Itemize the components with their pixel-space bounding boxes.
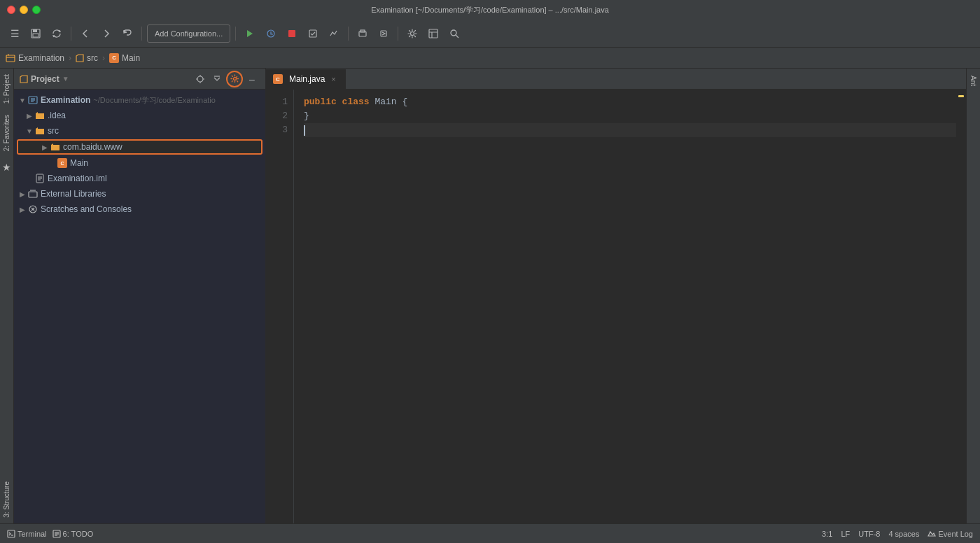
status-right: 3:1 LF UTF-8 4 spaces Event Log [822,530,973,538]
tree-item-src[interactable]: ▼ src [14,123,265,139]
menu-button[interactable]: ☰ [6,24,24,43]
breadcrumb-main-label: Main [122,53,140,63]
expand-arrow-idea: ▶ [25,111,34,120]
layout-button[interactable] [424,24,442,43]
locate-button[interactable] [192,71,208,87]
undo-button[interactable] [118,24,136,43]
minimize-button[interactable] [20,6,28,14]
sidebar-star-icon[interactable]: ★ [1,157,13,177]
code-content[interactable]: public class Main { } [294,90,956,523]
profile-button[interactable] [325,24,343,43]
toolbar-separator-1 [71,27,71,41]
content-area: 1: Project 2: Favorites ★ 3: Structure P… [0,69,980,523]
code-line-3 [304,123,956,137]
tree-label-main: Main [70,158,88,168]
collapse-button[interactable]: – [244,71,260,87]
left-sidebar: 1: Project 2: Favorites ★ 3: Structure [0,69,14,523]
sync-button[interactable] [48,24,66,43]
breadcrumb-src-label: src [87,53,98,63]
todo-button[interactable]: 6: TODO [52,530,94,538]
breadcrumb-src[interactable]: src [76,53,98,63]
toolbar-separator-2 [141,27,142,41]
svg-line-13 [456,35,458,38]
forward-button[interactable] [97,24,115,43]
svg-point-21 [233,78,236,80]
tree-label-src: src [48,126,59,136]
tree-item-main-java[interactable]: ▶ C Main [14,155,265,171]
project-label[interactable]: Project ▼ [20,74,69,84]
svg-rect-6 [309,30,316,37]
sidebar-item-project[interactable]: 1: Project [1,69,12,109]
search-button[interactable] [445,24,463,43]
title-bar: Examination [~/Documents/学习/code/Examina… [0,0,980,20]
tree-item-scratches[interactable]: ▶ Scratches and Consoles [14,202,265,217]
expand-arrow-libs: ▶ [18,190,27,198]
project-panel-header: Project ▼ – [14,69,265,90]
tree-label-scratches: Scratches and Consoles [41,204,132,214]
line-ending[interactable]: LF [841,530,850,538]
tree-label-idea: .idea [48,111,66,120]
line-ending-label: LF [841,530,850,538]
expand-arrow-scratches: ▶ [18,205,27,213]
main-toolbar: ☰ Add Configuration... [0,20,980,48]
editor-tab-main[interactable]: C Main.java × [266,69,346,89]
svg-rect-35 [8,530,15,537]
maximize-button[interactable] [32,6,41,14]
terminal-label: Terminal [18,530,47,538]
breadcrumb-project[interactable]: Examination [6,53,64,63]
build-button[interactable] [354,24,372,43]
tree-item-examination[interactable]: ▼ Examination ~/Documents/学习/code/Examin… [14,92,265,108]
tree-label-iml: Examination.iml [48,174,107,183]
expand-all-button[interactable] [209,71,225,87]
indent-label: 4 spaces [888,530,919,538]
settings-button[interactable] [403,24,421,43]
breadcrumb-main[interactable]: C Main [109,53,140,63]
sdk-button[interactable] [374,24,393,43]
right-side: C Main.java × 1 2 3 public class Main { … [266,69,966,523]
sidebar-item-favorites[interactable]: 2: Favorites [1,109,12,157]
tree-path-examination: ~/Documents/学习/code/Examinatio [93,95,216,106]
coverage-button[interactable] [304,24,322,43]
cursor-position[interactable]: 3:1 [822,530,832,538]
expand-arrow: ▼ [18,96,27,104]
ant-panel-tab[interactable]: Ant [968,71,979,90]
run-button[interactable] [241,24,259,43]
code-line-1: public class Main { [304,95,956,109]
event-log-button[interactable]: Event Log [927,530,973,538]
settings-gear-button[interactable] [226,71,243,87]
debug-button[interactable] [262,24,280,43]
back-button[interactable] [76,24,94,43]
panel-header-actions: – [192,71,260,87]
tab-java-icon: C [273,74,283,84]
terminal-button[interactable]: Terminal [7,530,47,538]
tab-close-button[interactable]: × [328,74,338,84]
project-dropdown-arrow: ▼ [62,75,69,83]
code-editor[interactable]: 1 2 3 public class Main { } [266,90,966,523]
save-button[interactable] [27,24,45,43]
event-log-label: Event Log [938,530,973,538]
close-button[interactable] [7,6,15,14]
svg-point-15 [197,76,203,82]
tree-item-examination-iml[interactable]: ▶ Examination.iml [14,171,265,186]
tab-label-main: Main.java [289,74,325,84]
svg-rect-5 [288,30,295,37]
traffic-lights [7,6,41,14]
add-configuration-button[interactable]: Add Configuration... [147,24,230,43]
stop-button[interactable] [283,24,301,43]
tree-item-com-baidu-www[interactable]: ▶ com.baidu.www [17,139,262,155]
encoding[interactable]: UTF-8 [858,530,880,538]
todo-label: 6: TODO [63,530,94,538]
gutter-mark [958,95,964,97]
status-bar: Terminal 6: TODO 3:1 LF UTF-8 4 spaces E… [0,523,980,543]
window-title: Examination [~/Documents/学习/code/Examina… [371,5,609,15]
tree-item-external-libs[interactable]: ▶ External Libraries [14,186,265,202]
sidebar-item-structure[interactable]: 3: Structure [1,476,12,523]
file-tree: ▼ Examination ~/Documents/学习/code/Examin… [14,90,265,523]
svg-rect-11 [429,29,438,38]
indent-setting[interactable]: 4 spaces [888,530,919,538]
code-line-2: } [304,109,956,123]
tree-item-idea[interactable]: ▶ .idea [14,108,265,123]
line-numbers: 1 2 3 [266,90,294,523]
tree-label-examination: Examination [41,95,90,105]
expand-arrow-com: ▶ [41,143,49,151]
